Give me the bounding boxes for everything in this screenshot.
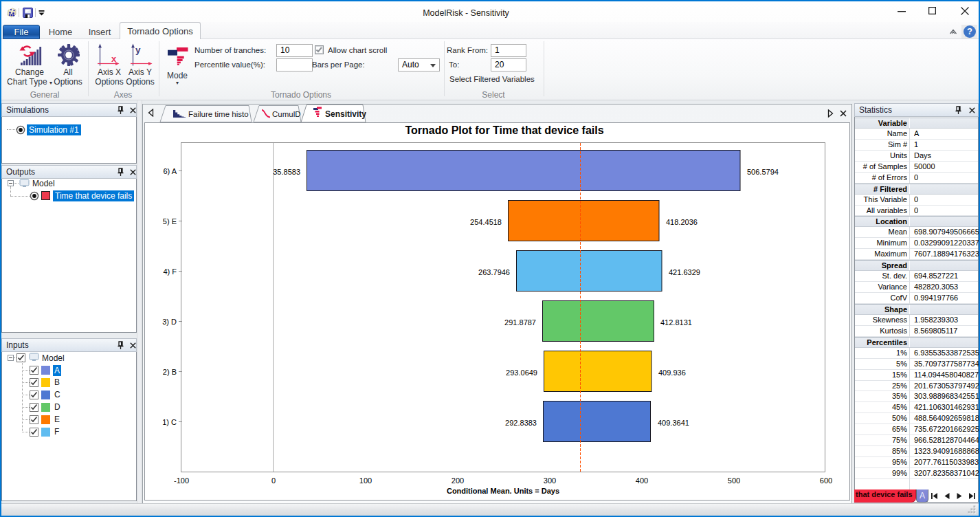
svg-text:400: 400 xyxy=(636,476,648,485)
svg-text:5) E: 5) E xyxy=(163,217,177,226)
svg-text:200: 200 xyxy=(452,476,464,485)
svg-text:35.8583: 35.8583 xyxy=(273,168,300,176)
svg-text:y: y xyxy=(135,45,141,55)
svg-text:293.0649: 293.0649 xyxy=(506,368,537,377)
svg-text:1) C: 1) C xyxy=(162,418,177,426)
svg-text:0: 0 xyxy=(271,476,276,485)
svg-text:100: 100 xyxy=(359,476,372,485)
svg-text:412.8131: 412.8131 xyxy=(660,318,692,327)
svg-text:600: 600 xyxy=(820,476,832,485)
svg-text:4) F: 4) F xyxy=(163,267,177,276)
svg-text:292.8383: 292.8383 xyxy=(505,419,537,427)
svg-text:418.2036: 418.2036 xyxy=(666,218,698,226)
svg-text:6) A: 6) A xyxy=(163,167,177,175)
svg-text:CumulD: CumulD xyxy=(272,110,301,118)
svg-text:506.5794: 506.5794 xyxy=(747,168,779,176)
svg-text:500: 500 xyxy=(728,476,740,485)
svg-text:2) B: 2) B xyxy=(163,368,177,376)
svg-text:409.3641: 409.3641 xyxy=(658,419,689,427)
svg-text:254.4518: 254.4518 xyxy=(470,218,502,226)
svg-text:291.8787: 291.8787 xyxy=(504,318,536,327)
svg-text:Tornado Plot for Time that dev: Tornado Plot for Time that device fails xyxy=(405,124,603,136)
svg-text:Failure time histo: Failure time histo xyxy=(188,110,249,118)
svg-text:Conditional Mean. Units = Days: Conditional Mean. Units = Days xyxy=(447,487,559,495)
svg-text:300: 300 xyxy=(544,476,556,485)
svg-text:Sensitivity: Sensitivity xyxy=(325,109,366,119)
svg-text:-100: -100 xyxy=(174,476,189,485)
svg-text:3) D: 3) D xyxy=(162,318,177,326)
svg-text:409.936: 409.936 xyxy=(658,368,686,377)
svg-text:x: x xyxy=(111,54,117,64)
svg-text:421.6329: 421.6329 xyxy=(669,268,700,276)
svg-text:263.7946: 263.7946 xyxy=(478,268,510,276)
